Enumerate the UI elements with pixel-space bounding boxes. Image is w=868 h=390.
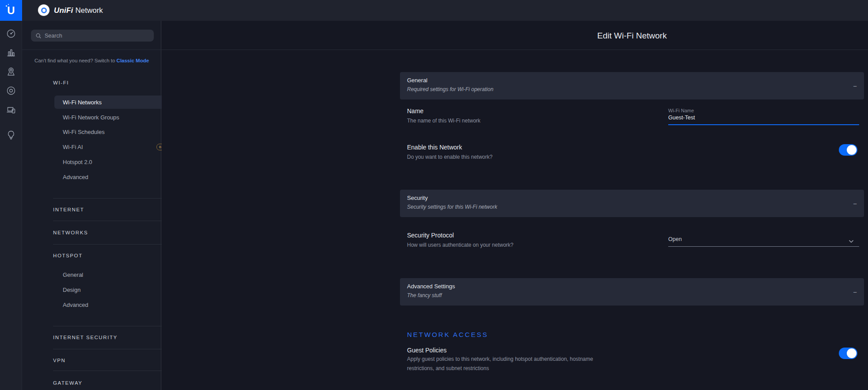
divider (53, 349, 176, 349)
sidebar-section-wifi[interactable]: WI-FI − (53, 79, 176, 87)
clients-icon[interactable] (6, 104, 16, 115)
dashboard-icon[interactable] (6, 28, 16, 39)
security-protocol-desc: How will users authenticate on your netw… (407, 241, 514, 250)
sidebar-item-hotspot-design[interactable]: Design (54, 283, 176, 296)
section-title: Advanced Settings (407, 283, 857, 290)
unifi-devices-icon[interactable] (6, 85, 16, 96)
sidebar-item-hotspot-2-0[interactable]: Hotspot 2.0 (54, 155, 176, 168)
collapse-icon[interactable]: − (853, 200, 857, 207)
collapse-icon[interactable]: − (853, 288, 857, 296)
sidebar-section-hotspot[interactable]: HOTSPOT − (53, 252, 176, 260)
sidebar-item-hotspot-general[interactable]: General (54, 268, 176, 281)
access-point-icon (38, 4, 49, 16)
search-input[interactable] (31, 30, 154, 42)
sidebar-section-gateway[interactable]: GATEWAY + (53, 379, 176, 387)
sidebar-item-wifi-advanced[interactable]: Advanced (54, 170, 176, 184)
security-section-header[interactable]: Security Security settings for this Wi-F… (400, 190, 864, 217)
network-access-heading: NETWORK ACCESS (407, 331, 488, 338)
sidebar-item-hotspot-advanced[interactable]: Advanced (54, 298, 176, 311)
enable-network-desc: Do you want to enable this network? (407, 153, 492, 162)
ubiquiti-logo[interactable]: U (0, 0, 22, 21)
header-divider (22, 50, 868, 50)
top-bar: U UniFiNetwork (0, 0, 868, 21)
classic-mode-link[interactable]: Classic Mode (117, 58, 149, 63)
statistics-icon[interactable] (6, 47, 16, 58)
topology-icon[interactable] (6, 66, 16, 77)
guest-policies-toggle[interactable] (839, 348, 857, 359)
enable-network-label: Enable this Network (407, 144, 462, 151)
sidebar-item-wifi-networks[interactable]: Wi-Fi Networks (54, 96, 176, 109)
sidebar-section-networks[interactable]: NETWORKS + (53, 229, 176, 237)
section-subtitle: The fancy stuff (407, 292, 857, 298)
divider (53, 371, 176, 371)
chevron-down-icon[interactable] (849, 237, 854, 245)
page-title: Edit Wi-Fi Network (400, 31, 864, 41)
security-protocol-dropdown[interactable]: Open (668, 236, 682, 242)
section-subtitle: Security settings for this Wi-Fi network (407, 204, 857, 210)
classic-mode-hint: Can't find what you need? Switch to Clas… (22, 58, 161, 63)
app-title: UniFiNetwork (54, 0, 103, 21)
input-focus-underline (668, 124, 859, 125)
section-title: Security (407, 195, 857, 201)
general-section-header[interactable]: General Required settings for Wi-Fi oper… (400, 72, 864, 99)
sidebar-item-wifi-ai[interactable]: Wi-Fi AI BETA (54, 140, 176, 153)
collapse-icon[interactable]: − (853, 82, 857, 90)
insights-icon[interactable] (6, 130, 16, 140)
name-label: Name (407, 107, 423, 115)
dropdown-underline (668, 246, 859, 247)
section-title: General (407, 77, 857, 84)
search-icon (35, 33, 42, 39)
divider (53, 244, 176, 245)
sidebar-item-wifi-schedules[interactable]: Wi-Fi Schedules (54, 125, 176, 138)
app-icon-rail (0, 21, 22, 390)
guest-policies-desc: Apply guest policies to this network, in… (407, 355, 593, 373)
wifi-name-field-label: Wi-Fi Name (668, 108, 694, 113)
divider (53, 221, 176, 221)
sidebar-section-vpn[interactable]: VPN + (53, 356, 176, 364)
search-field[interactable] (45, 33, 142, 39)
settings-sidebar: Can't find what you need? Switch to Clas… (22, 21, 161, 390)
enable-network-toggle[interactable] (839, 144, 857, 156)
divider (53, 326, 176, 326)
sidebar-item-wifi-network-groups[interactable]: Wi-Fi Network Groups (54, 111, 176, 124)
wifi-name-input[interactable] (668, 115, 859, 121)
sidebar-section-internet-security[interactable]: INTERNET SECURITY + (53, 333, 176, 341)
security-protocol-label: Security Protocol (407, 232, 454, 239)
advanced-settings-section-header[interactable]: Advanced Settings The fancy stuff − (400, 278, 864, 306)
sidebar-section-internet[interactable]: INTERNET + (53, 206, 176, 214)
name-desc: The name of this Wi-Fi network (407, 116, 480, 126)
divider (53, 198, 176, 199)
guest-policies-label: Guest Policies (407, 347, 446, 354)
section-subtitle: Required settings for Wi-Fi operation (407, 86, 857, 92)
